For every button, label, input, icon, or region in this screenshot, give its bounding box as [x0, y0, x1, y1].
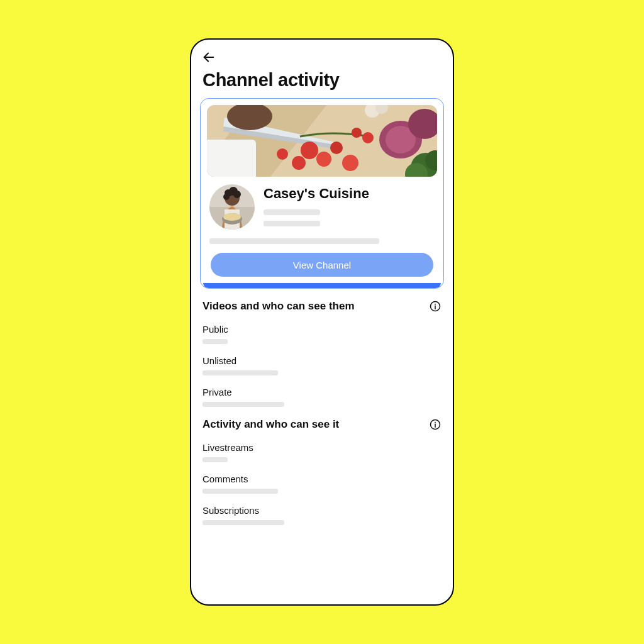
- top-bar: [191, 40, 453, 66]
- svg-point-14: [362, 132, 374, 143]
- skeleton-line: [203, 370, 278, 375]
- channel-meta: Casey's Cuisine: [264, 184, 369, 226]
- svg-rect-3: [207, 140, 256, 177]
- info-icon: [429, 418, 441, 431]
- svg-point-11: [342, 155, 358, 171]
- channel-name: Casey's Cuisine: [264, 186, 369, 202]
- svg-point-32: [223, 213, 241, 221]
- skeleton-line: [209, 238, 379, 244]
- channel-avatar: [209, 184, 255, 230]
- channel-banner: [207, 105, 437, 177]
- phone-frame: Channel activity: [190, 38, 454, 606]
- back-button[interactable]: [200, 48, 218, 66]
- view-channel-button[interactable]: View Channel: [211, 253, 433, 277]
- section-activity: Activity and who can see it Livestreams …: [200, 418, 444, 525]
- activity-livestreams[interactable]: Livestreams: [203, 442, 441, 462]
- svg-point-7: [301, 142, 318, 159]
- skeleton-line: [203, 489, 278, 494]
- item-label: Comments: [203, 474, 441, 484]
- scroll-content: Casey's Cuisine View Channel Videos and …: [191, 98, 453, 531]
- item-label: Livestreams: [203, 442, 441, 453]
- item-label: Public: [203, 324, 441, 335]
- info-icon: [429, 300, 441, 313]
- info-button-activity[interactable]: [429, 418, 441, 431]
- svg-point-10: [330, 142, 343, 154]
- view-channel-label: View Channel: [293, 260, 351, 270]
- svg-point-30: [223, 194, 230, 200]
- svg-point-34: [435, 304, 436, 305]
- visibility-unlisted[interactable]: Unlisted: [203, 355, 441, 375]
- info-button-videos[interactable]: [429, 300, 441, 313]
- activity-comments[interactable]: Comments: [203, 474, 441, 494]
- activity-subscriptions[interactable]: Subscriptions: [203, 505, 441, 525]
- item-label: Unlisted: [203, 355, 441, 366]
- svg-point-13: [352, 128, 362, 138]
- svg-point-12: [277, 148, 288, 160]
- item-label: Private: [203, 387, 441, 397]
- arrow-left-icon: [202, 50, 216, 64]
- item-label: Subscriptions: [203, 505, 441, 516]
- skeleton-line: [264, 209, 320, 215]
- page-title: Channel activity: [191, 66, 453, 98]
- section-title: Activity and who can see it: [203, 418, 339, 431]
- visibility-private[interactable]: Private: [203, 387, 441, 407]
- svg-point-8: [316, 152, 331, 167]
- skeleton-line: [264, 221, 320, 226]
- skeleton-line: [203, 520, 284, 525]
- skeleton-line: [203, 402, 284, 407]
- skeleton-line: [203, 457, 228, 462]
- visibility-public[interactable]: Public: [203, 324, 441, 344]
- skeleton-line: [203, 339, 228, 344]
- svg-point-29: [233, 191, 241, 198]
- svg-point-9: [292, 156, 306, 170]
- channel-card: Casey's Cuisine View Channel: [200, 98, 444, 289]
- section-videos: Videos and who can see them Public Unlis…: [200, 300, 444, 407]
- section-title: Videos and who can see them: [203, 300, 355, 313]
- svg-point-37: [435, 422, 436, 423]
